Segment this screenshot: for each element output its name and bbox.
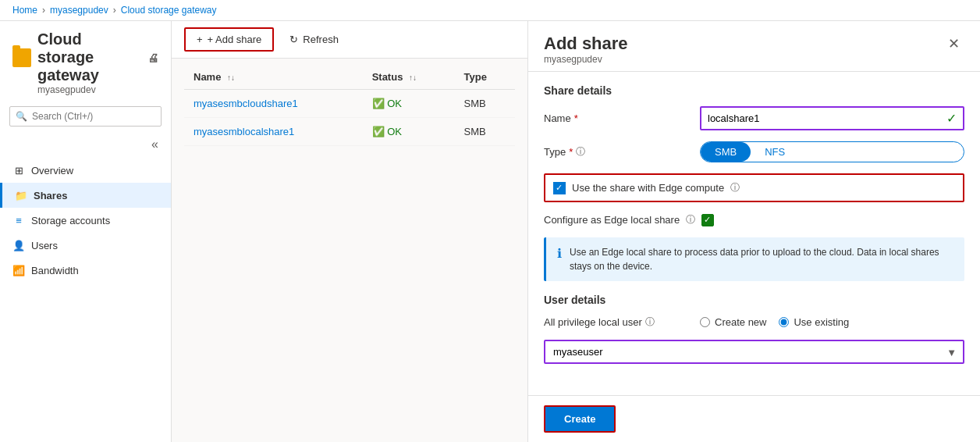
sidebar-item-users[interactable]: 👤 Users	[0, 233, 171, 258]
sidebar-header: Cloud storage gateway 🖨 myasegpudev	[0, 21, 171, 98]
breadcrumb-device[interactable]: myasegpudev	[50, 5, 108, 16]
add-share-label: + Add share	[208, 34, 262, 45]
share-details-section-title: Share details	[544, 84, 964, 97]
add-share-button[interactable]: + + Add share	[184, 27, 274, 52]
user-details-section-title: User details	[544, 294, 964, 306]
sidebar-subtitle: myasegpudev	[37, 84, 158, 95]
refresh-button[interactable]: ↻ Refresh	[280, 29, 348, 50]
shares-folder-icon: 📁	[15, 189, 27, 201]
sidebar-item-label-overview: Overview	[31, 165, 73, 176]
edge-local-row: Configure as Edge local share ⓘ	[544, 213, 964, 226]
privilege-info-icon[interactable]: ⓘ	[645, 315, 655, 329]
user-dropdown[interactable]: myaseuser	[544, 340, 964, 364]
edge-local-checkbox[interactable]	[701, 214, 714, 226]
refresh-label: Refresh	[303, 34, 339, 45]
status-ok: ✅ OK	[372, 98, 446, 109]
cell-name: myasesmbcloudshare1	[184, 90, 363, 118]
sidebar-item-shares[interactable]: 📁 Shares	[0, 183, 171, 208]
user-dropdown-wrapper: myaseuser ▼	[544, 340, 964, 364]
table-row: myasesmbcloudshare1 ✅ OK SMB	[184, 90, 515, 118]
shares-table: Name ↑↓ Status ↑↓ Type myasesmbcloudshar…	[184, 65, 515, 146]
sidebar-item-storage-accounts[interactable]: ≡ Storage accounts	[0, 208, 171, 233]
create-new-radio[interactable]	[700, 317, 710, 327]
refresh-icon: ↻	[289, 34, 298, 45]
type-required: *	[569, 146, 573, 158]
panel-body: Share details Name * ✓ Type *	[528, 72, 980, 395]
panel-header: Add share myasegpudev ✕	[528, 21, 980, 72]
sidebar-item-bandwidth[interactable]: 📶 Bandwidth	[0, 258, 171, 283]
storage-icon: ≡	[12, 214, 25, 226]
col-type: Type	[455, 65, 515, 90]
create-button[interactable]: Create	[544, 405, 616, 433]
content-toolbar: + + Add share ↻ Refresh	[172, 21, 527, 59]
panel-footer: Create	[528, 395, 980, 442]
sidebar: Cloud storage gateway 🖨 myasegpudev 🔍 « …	[0, 21, 172, 442]
content-area: + + Add share ↻ Refresh Name ↑↓ Stat	[172, 21, 527, 442]
edge-compute-checkbox[interactable]	[553, 182, 566, 194]
collapse-button[interactable]: «	[145, 134, 165, 155]
table-row: myasesmblocalshare1 ✅ OK SMB	[184, 118, 515, 146]
close-panel-button[interactable]: ✕	[943, 34, 964, 54]
type-nfs-button[interactable]: NFS	[751, 142, 799, 162]
type-info-icon[interactable]: ⓘ	[576, 145, 585, 159]
type-label: Type * ⓘ	[544, 145, 700, 159]
sidebar-title-text: Cloud storage gateway	[37, 30, 138, 84]
info-box-text: Use an Edge local share to process data …	[570, 245, 953, 273]
create-new-radio-label[interactable]: Create new	[700, 316, 766, 328]
col-status: Status ↑↓	[363, 65, 455, 90]
sidebar-item-overview[interactable]: ⊞ Overview	[0, 158, 171, 183]
info-box-icon: ℹ	[557, 246, 562, 273]
cell-status: ✅ OK	[363, 118, 455, 146]
edge-compute-info-icon[interactable]: ⓘ	[730, 181, 740, 194]
type-toggle: SMB NFS	[700, 141, 964, 162]
use-existing-radio-label[interactable]: Use existing	[779, 316, 849, 328]
name-input-container: ✓	[700, 106, 964, 130]
privilege-radio-group: Create new Use existing	[700, 316, 964, 328]
breadcrumb: Home › myasegpudev › Cloud storage gatew…	[0, 0, 980, 21]
privilege-label: All privilege local user ⓘ	[544, 315, 700, 329]
col-name: Name ↑↓	[184, 65, 363, 90]
breadcrumb-sep1: ›	[42, 5, 45, 16]
check-mark-icon: ✓	[946, 111, 957, 126]
name-field-row: Name * ✓	[544, 106, 964, 130]
type-smb-button[interactable]: SMB	[701, 142, 751, 162]
sort-icon-status[interactable]: ↑↓	[409, 73, 417, 82]
name-label: Name *	[544, 112, 700, 124]
info-box: ℹ Use an Edge local share to process dat…	[544, 237, 964, 281]
privilege-field-row: All privilege local user ⓘ Create new Us…	[544, 315, 964, 329]
edge-compute-label[interactable]: Use the share with Edge compute ⓘ	[553, 181, 740, 194]
type-toggle-wrapper: SMB NFS	[700, 141, 964, 162]
folder-icon	[12, 48, 31, 67]
edge-local-label[interactable]: Configure as Edge local share ⓘ	[544, 213, 714, 226]
panel-subtitle: myasegpudev	[544, 54, 628, 65]
sidebar-item-label-storage: Storage accounts	[31, 215, 110, 226]
shares-table-container: Name ↑↓ Status ↑↓ Type myasesmbcloudshar…	[172, 59, 527, 152]
breadcrumb-home[interactable]: Home	[12, 5, 37, 16]
name-input[interactable]	[708, 112, 943, 124]
use-existing-radio[interactable]	[779, 317, 789, 327]
sort-icon-name[interactable]: ↑↓	[227, 73, 235, 82]
cell-type: SMB	[455, 90, 515, 118]
type-field-row: Type * ⓘ SMB NFS	[544, 141, 964, 162]
cell-name: myasesmblocalshare1	[184, 118, 363, 146]
breadcrumb-page[interactable]: Cloud storage gateway	[121, 5, 217, 16]
print-icon[interactable]: 🖨	[147, 52, 158, 64]
add-share-panel: Add share myasegpudev ✕ Share details Na…	[527, 21, 980, 442]
sidebar-item-label-users: Users	[31, 240, 58, 251]
users-icon: 👤	[12, 239, 25, 251]
cell-status: ✅ OK	[363, 90, 455, 118]
name-input-wrapper: ✓	[700, 106, 964, 130]
panel-title: Add share	[544, 34, 628, 54]
name-required: *	[574, 112, 578, 124]
bandwidth-icon: 📶	[12, 264, 25, 276]
edge-compute-row: Use the share with Edge compute ⓘ	[544, 173, 964, 202]
overview-icon: ⊞	[12, 164, 25, 176]
sidebar-item-label-shares: Shares	[34, 190, 67, 201]
search-icon: 🔍	[16, 111, 27, 122]
edge-local-info-icon[interactable]: ⓘ	[686, 213, 695, 226]
status-ok: ✅ OK	[372, 126, 446, 137]
add-icon: +	[197, 34, 203, 45]
sidebar-title: Cloud storage gateway 🖨	[12, 30, 158, 84]
user-details-section: User details All privilege local user ⓘ …	[544, 294, 964, 364]
search-input[interactable]	[9, 106, 162, 127]
